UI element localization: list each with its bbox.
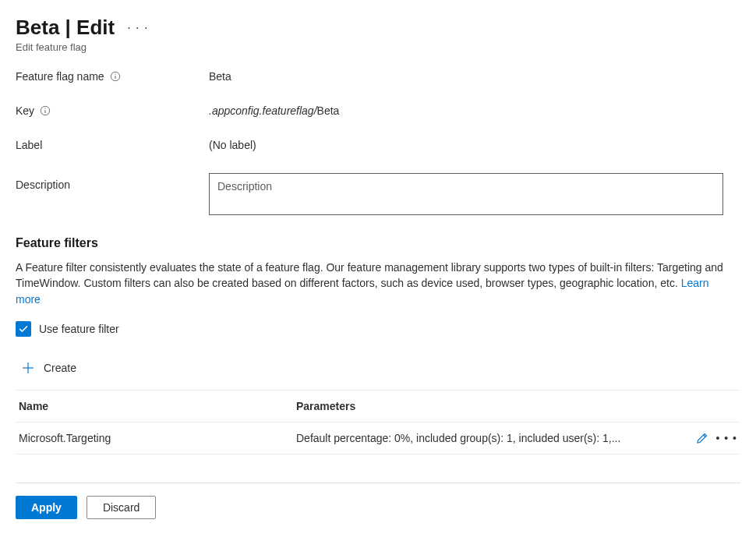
feature-flag-name-value: Beta: [209, 70, 740, 83]
table-header-params: Parameters: [296, 391, 737, 422]
svg-line-8: [703, 435, 705, 437]
description-label: Description: [16, 179, 70, 191]
key-suffix: Beta: [317, 104, 340, 117]
label-value: (No label): [209, 139, 740, 151]
table-header: Name Parameters: [16, 391, 740, 422]
feature-filters-description: A Feature filter consistently evaluates …: [16, 260, 733, 307]
more-icon[interactable]: · · ·: [127, 21, 148, 35]
page-title: Beta | Edit: [16, 16, 115, 40]
plus-icon: [20, 360, 36, 376]
filter-params-cell: Default percentage: 0%, included group(s…: [296, 422, 696, 454]
info-icon[interactable]: [110, 71, 121, 82]
row-more-icon[interactable]: • • •: [716, 432, 737, 444]
create-button[interactable]: Create: [16, 360, 740, 376]
page-subtitle: Edit feature flag: [16, 41, 740, 53]
feature-flag-name-label: Feature flag name: [16, 70, 104, 83]
svg-point-2: [115, 73, 115, 74]
key-prefix: .appconfig.featureflag/: [209, 104, 317, 117]
svg-point-5: [45, 108, 46, 108]
key-label: Key: [16, 104, 34, 117]
discard-button[interactable]: Discard: [87, 496, 156, 519]
table-header-name: Name: [19, 391, 296, 422]
feature-filters-heading: Feature filters: [16, 236, 740, 250]
filter-name-cell: Microsoft.Targeting: [19, 422, 296, 454]
edit-icon[interactable]: [696, 432, 708, 444]
table-row[interactable]: Microsoft.Targeting Default percentage: …: [16, 422, 740, 454]
create-label: Create: [44, 362, 76, 374]
use-feature-filter-label: Use feature filter: [39, 323, 119, 335]
info-icon[interactable]: [40, 105, 51, 116]
use-feature-filter-checkbox[interactable]: [16, 321, 31, 337]
description-input[interactable]: [209, 173, 723, 215]
key-value: .appconfig.featureflag/Beta: [209, 104, 740, 117]
label-label: Label: [16, 139, 42, 151]
apply-button[interactable]: Apply: [16, 496, 77, 519]
